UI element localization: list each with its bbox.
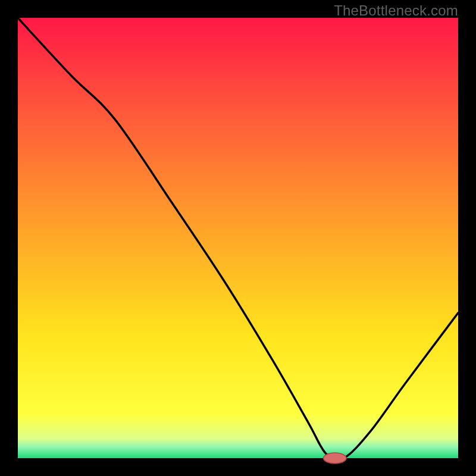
chart-svg — [18, 18, 458, 458]
optimum-marker — [324, 453, 346, 464]
watermark-text: TheBottleneck.com — [334, 2, 458, 19]
plot-area — [18, 18, 458, 458]
bottleneck-curve — [18, 18, 458, 460]
